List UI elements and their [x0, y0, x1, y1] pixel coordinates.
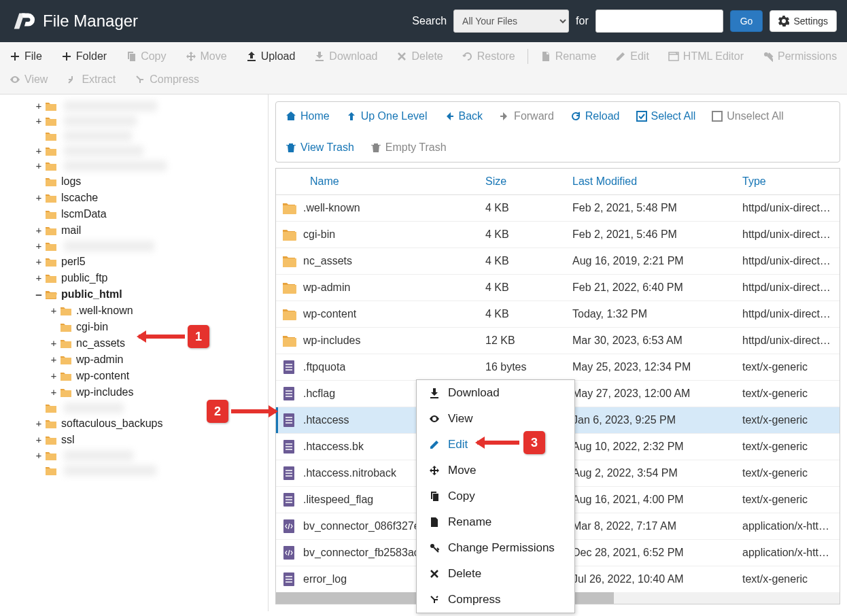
tree-item[interactable]: +perl5	[4, 254, 268, 270]
settings-button[interactable]: Settings	[770, 10, 837, 32]
tree-expander[interactable]: +	[34, 192, 44, 203]
tree-item[interactable]: +	[4, 239, 268, 254]
tree-expander[interactable]	[34, 209, 44, 220]
tree-expander[interactable]: +	[34, 418, 44, 429]
delete-button[interactable]: Delete	[387, 45, 452, 68]
tree-label: wp-content	[76, 370, 129, 382]
tree-expander[interactable]: +	[34, 116, 44, 126]
table-row[interactable]: .ftpquota 16 bytes May 25, 2023, 12:34 P…	[276, 354, 840, 381]
tree-item[interactable]: +	[4, 143, 268, 158]
col-type[interactable]: Type	[737, 169, 840, 195]
reload-button[interactable]: Reload	[569, 107, 621, 125]
tree-item[interactable]: +public_ftp	[4, 270, 268, 286]
file-name: error_log	[303, 573, 347, 585]
view-button[interactable]: View	[0, 68, 57, 91]
move-button[interactable]: Move	[176, 45, 237, 68]
new-folder-button[interactable]: Folder	[52, 45, 116, 68]
tree-item[interactable]: logs	[4, 173, 268, 190]
tree-item[interactable]: +lscache	[4, 190, 268, 206]
tree-expander[interactable]: +	[34, 273, 44, 284]
tree-expander[interactable]: +	[34, 160, 44, 171]
edit-button[interactable]: Edit	[606, 45, 659, 68]
tree-expander[interactable]: +	[34, 434, 44, 445]
rename-button[interactable]: Rename	[531, 45, 606, 68]
tree-item[interactable]: +wp-admin	[4, 352, 268, 368]
tree-expander[interactable]	[49, 322, 58, 332]
download-button[interactable]: Download	[305, 45, 387, 68]
tree-item[interactable]: +	[4, 114, 268, 129]
folder-icon	[45, 466, 57, 475]
html-editor-button[interactable]: HTML Editor	[659, 45, 753, 68]
tree-item[interactable]: +wp-content	[4, 368, 268, 384]
cm-delete[interactable]: Delete	[417, 561, 574, 587]
table-row[interactable]: wp-content 4 KB Today, 1:32 PM httpd/uni…	[276, 301, 840, 328]
forward-button[interactable]: Forward	[498, 107, 555, 125]
tree-item[interactable]: +ssl	[4, 432, 268, 448]
select-all-button[interactable]: Select All	[635, 107, 697, 125]
col-name[interactable]: Name	[276, 169, 480, 195]
tree-expander[interactable]: +	[34, 241, 44, 252]
tree-expander[interactable]	[34, 131, 44, 141]
new-file-button[interactable]: File	[0, 45, 52, 68]
back-button[interactable]: Back	[443, 107, 485, 125]
cm-download[interactable]: Download	[417, 380, 574, 406]
tree-item[interactable]	[4, 129, 268, 143]
table-row[interactable]: cgi-bin 4 KB Feb 2, 2021, 5:46 PM httpd/…	[276, 222, 840, 248]
file-type: httpd/unix-directory	[737, 195, 840, 222]
tree-expander[interactable]	[34, 403, 44, 413]
tree-expander[interactable]: +	[49, 338, 58, 349]
tree-item[interactable]: +wp-includes	[4, 384, 268, 400]
search-scope-select[interactable]: All Your Files	[453, 10, 569, 33]
view-trash-button[interactable]: View Trash	[284, 139, 356, 156]
tree-expander[interactable]: +	[49, 387, 58, 398]
table-row[interactable]: wp-includes 12 KB Mar 30, 2023, 6:53 AM …	[276, 328, 840, 354]
tree-expander[interactable]: +	[49, 354, 58, 365]
search-input[interactable]	[595, 10, 723, 33]
tree-expander[interactable]	[34, 465, 44, 476]
folder-tree[interactable]: ++ ++ logs+lscache lscmData+mail++perl5+…	[0, 95, 269, 611]
cm-edit[interactable]: Edit	[417, 432, 574, 458]
table-row[interactable]: .well-known 4 KB Feb 2, 2021, 5:48 PM ht…	[276, 195, 840, 222]
tree-item[interactable]: +mail	[4, 222, 268, 239]
tree-expander[interactable]: +	[34, 450, 44, 461]
file-modified: Aug 16, 2021, 4:00 PM	[567, 487, 737, 513]
upload-button[interactable]: Upload	[237, 45, 305, 68]
compress-button[interactable]: Compress	[125, 68, 209, 91]
tree-item[interactable]: +	[4, 99, 268, 114]
cm-rename[interactable]: Rename	[417, 509, 574, 535]
tree-expander[interactable]: –	[34, 289, 44, 300]
tree-expander[interactable]: +	[49, 371, 58, 381]
tree-expander[interactable]: +	[34, 256, 44, 267]
table-row[interactable]: wp-admin 4 KB Feb 21, 2022, 6:40 PM http…	[276, 275, 840, 301]
tree-item[interactable]: +.well-known	[4, 303, 268, 319]
forward-icon	[499, 111, 510, 122]
restore-button[interactable]: Restore	[453, 45, 525, 68]
tree-item[interactable]: +	[4, 448, 268, 463]
tree-item[interactable]	[4, 463, 268, 478]
tree-expander[interactable]: +	[34, 101, 44, 112]
tree-item[interactable]: lscmData	[4, 206, 268, 222]
home-button[interactable]: Home	[284, 107, 331, 125]
empty-trash-button[interactable]: Empty Trash	[369, 139, 448, 156]
tree-item[interactable]: +	[4, 158, 268, 173]
tree-item[interactable]: –public_html	[4, 286, 268, 303]
tree-expander[interactable]: +	[34, 146, 44, 156]
cm-view[interactable]: View	[417, 406, 574, 432]
copy-button[interactable]: Copy	[116, 45, 175, 68]
up-level-button[interactable]: Up One Level	[345, 107, 429, 125]
cm-move[interactable]: Move	[417, 458, 574, 483]
col-modified[interactable]: Last Modified	[567, 169, 737, 195]
go-button[interactable]: Go	[730, 10, 763, 32]
cm-copy[interactable]: Copy	[417, 483, 574, 509]
file-name: wp-content	[303, 308, 356, 320]
tree-expander[interactable]: +	[34, 225, 44, 236]
tree-expander[interactable]	[34, 176, 44, 187]
tree-expander[interactable]: +	[49, 305, 58, 316]
cm-compress[interactable]: Compress	[417, 587, 574, 613]
col-size[interactable]: Size	[480, 169, 567, 195]
cm-permissions[interactable]: Change Permissions	[417, 535, 574, 561]
extract-button[interactable]: Extract	[57, 68, 125, 91]
unselect-all-button[interactable]: Unselect All	[710, 107, 785, 125]
table-row[interactable]: nc_assets 4 KB Aug 16, 2019, 2:21 PM htt…	[276, 248, 840, 275]
permissions-button[interactable]: Permissions	[753, 45, 846, 68]
